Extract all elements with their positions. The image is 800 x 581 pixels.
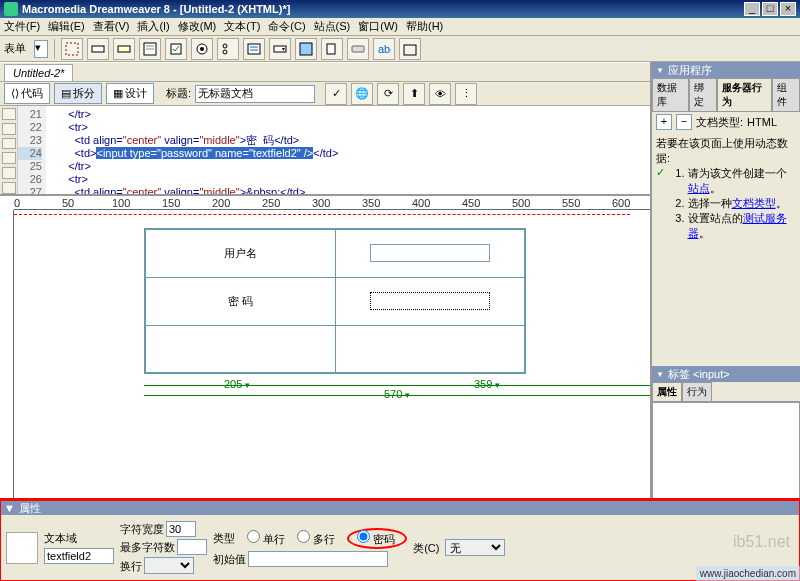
collapse-icon: ▼ bbox=[656, 66, 664, 75]
menu-insert[interactable]: 插入(I) bbox=[137, 19, 169, 34]
type-single-radio[interactable]: 单行 bbox=[247, 530, 285, 547]
layout-table[interactable]: 用户名 密 码 bbox=[144, 228, 526, 374]
type-multi-radio[interactable]: 多行 bbox=[297, 530, 335, 547]
form-icon[interactable] bbox=[61, 38, 83, 60]
view-options-icon[interactable]: 👁 bbox=[429, 83, 451, 105]
split-icon: ▤ bbox=[61, 87, 71, 100]
menu-site[interactable]: 站点(S) bbox=[314, 19, 351, 34]
expand-icon[interactable] bbox=[2, 138, 16, 150]
collapse-icon[interactable] bbox=[2, 123, 16, 135]
code-view[interactable]: 2122232425262728 </tr> <tr> <td align="c… bbox=[0, 106, 650, 196]
init-val-input[interactable] bbox=[248, 551, 388, 567]
username-input[interactable] bbox=[370, 244, 490, 262]
radio-icon[interactable] bbox=[191, 38, 213, 60]
radio-group-icon[interactable] bbox=[217, 38, 239, 60]
minimize-button[interactable]: _ bbox=[744, 2, 760, 16]
image-field-icon[interactable] bbox=[295, 38, 317, 60]
window-titlebar: Macromedia Dreamweaver 8 - [Untitled-2 (… bbox=[0, 0, 800, 18]
tab-components[interactable]: 组件 bbox=[772, 78, 800, 111]
toolbar-category-dropdown[interactable]: ▾ bbox=[34, 40, 48, 58]
svg-rect-16 bbox=[327, 44, 335, 54]
add-behavior-button[interactable]: + bbox=[656, 114, 672, 130]
textfield-type-icon bbox=[6, 532, 38, 564]
view-design-button[interactable]: ▦设计 bbox=[106, 83, 154, 104]
type-password-radio[interactable]: 密码 bbox=[357, 530, 395, 547]
password-label-cell[interactable]: 密 码 bbox=[145, 277, 335, 325]
tab-bindings[interactable]: 绑定 bbox=[689, 78, 717, 111]
doctype-link[interactable]: 文档类型 bbox=[732, 197, 776, 209]
button-icon[interactable] bbox=[347, 38, 369, 60]
fieldset-icon[interactable] bbox=[399, 38, 421, 60]
form-boundary bbox=[14, 214, 630, 215]
insert-toolbar: 表单 ▾ abc bbox=[0, 36, 800, 62]
select-parent-icon[interactable] bbox=[2, 152, 16, 164]
browser-preview-icon[interactable]: 🌐 bbox=[351, 83, 373, 105]
refresh-icon[interactable]: ⟳ bbox=[377, 83, 399, 105]
textarea-icon[interactable] bbox=[139, 38, 161, 60]
close-button[interactable]: × bbox=[780, 2, 796, 16]
svg-rect-17 bbox=[352, 46, 364, 52]
file-mgmt-icon[interactable]: ⬆ bbox=[403, 83, 425, 105]
svg-rect-19 bbox=[404, 45, 416, 55]
jump-menu-icon[interactable] bbox=[269, 38, 291, 60]
username-input-cell[interactable] bbox=[335, 229, 525, 277]
max-chars-input[interactable] bbox=[177, 539, 207, 555]
hidden-field-icon[interactable] bbox=[113, 38, 135, 60]
table-row bbox=[145, 325, 525, 373]
list-menu-icon[interactable] bbox=[243, 38, 265, 60]
field-name-input[interactable] bbox=[44, 548, 114, 564]
empty-cell[interactable] bbox=[335, 325, 525, 373]
properties-header[interactable]: ▼ 属性 bbox=[0, 501, 800, 515]
app-panel-body: 若要在该页面上使用动态数据: ✓ 请为该文件创建一个站点。 选择一种文档类型。 … bbox=[652, 132, 800, 253]
design-icon: ▦ bbox=[113, 87, 123, 100]
validate-icon[interactable]: ✓ bbox=[325, 83, 347, 105]
menu-window[interactable]: 窗口(W) bbox=[358, 19, 398, 34]
ruler-horizontal: 050100150200250300350400450500550600 bbox=[14, 196, 650, 210]
label-icon[interactable]: abc bbox=[373, 38, 395, 60]
tab-server-behaviors[interactable]: 服务器行为 bbox=[717, 78, 772, 111]
app-panel-header[interactable]: ▼ 应用程序 bbox=[652, 62, 800, 78]
remove-behavior-button[interactable]: − bbox=[676, 114, 692, 130]
password-input-cell[interactable] bbox=[335, 277, 525, 325]
file-field-icon[interactable] bbox=[321, 38, 343, 60]
svg-point-10 bbox=[223, 50, 227, 54]
char-width-input[interactable] bbox=[166, 521, 196, 537]
doc-title-input[interactable] bbox=[195, 85, 315, 103]
wrap-select[interactable] bbox=[144, 557, 194, 574]
menu-help[interactable]: 帮助(H) bbox=[406, 19, 443, 34]
username-label-cell[interactable]: 用户名 bbox=[145, 229, 335, 277]
menu-text[interactable]: 文本(T) bbox=[224, 19, 260, 34]
open-documents-icon[interactable] bbox=[2, 108, 16, 120]
line-numbers-icon[interactable] bbox=[2, 167, 16, 179]
menu-edit[interactable]: 编辑(E) bbox=[48, 19, 85, 34]
code-text[interactable]: </tr> <tr> <td align="center" valign="mi… bbox=[46, 106, 650, 194]
tab-attributes[interactable]: 属性 bbox=[652, 382, 682, 401]
menu-view[interactable]: 查看(V) bbox=[93, 19, 130, 34]
empty-cell[interactable] bbox=[145, 325, 335, 373]
view-split-button[interactable]: ▤拆分 bbox=[54, 83, 102, 104]
site-link[interactable]: 站点 bbox=[688, 182, 710, 194]
view-code-button[interactable]: ⟨⟩代码 bbox=[4, 83, 50, 104]
password-input[interactable] bbox=[370, 292, 490, 310]
document-toolbar: ⟨⟩代码 ▤拆分 ▦设计 标题: ✓ 🌐 ⟳ ⬆ 👁 ⋮ bbox=[0, 82, 650, 106]
max-chars-label: 最多字符数 bbox=[120, 541, 175, 553]
document-tab[interactable]: Untitled-2* bbox=[4, 64, 73, 81]
menu-modify[interactable]: 修改(M) bbox=[178, 19, 217, 34]
doc-type-value: HTML bbox=[747, 116, 777, 128]
tag-panel-header[interactable]: ▼ 标签 <input> bbox=[652, 366, 800, 382]
tab-behaviors[interactable]: 行为 bbox=[682, 382, 712, 401]
menu-file[interactable]: 文件(F) bbox=[4, 19, 40, 34]
design-view[interactable]: 050100150200250300350400450500550600 用户名… bbox=[0, 196, 650, 509]
maximize-button[interactable]: □ bbox=[762, 2, 778, 16]
menu-commands[interactable]: 命令(C) bbox=[268, 19, 305, 34]
highlight-invalid-icon[interactable] bbox=[2, 182, 16, 194]
svg-rect-2 bbox=[118, 46, 130, 52]
char-width-label: 字符宽度 bbox=[120, 523, 164, 535]
step-2: 选择一种文档类型。 bbox=[688, 196, 797, 211]
svg-rect-11 bbox=[248, 44, 260, 54]
textfield-icon[interactable] bbox=[87, 38, 109, 60]
tab-database[interactable]: 数据库 bbox=[652, 78, 689, 111]
visual-aids-icon[interactable]: ⋮ bbox=[455, 83, 477, 105]
checkbox-icon[interactable] bbox=[165, 38, 187, 60]
class-select[interactable]: 无 bbox=[445, 539, 505, 556]
